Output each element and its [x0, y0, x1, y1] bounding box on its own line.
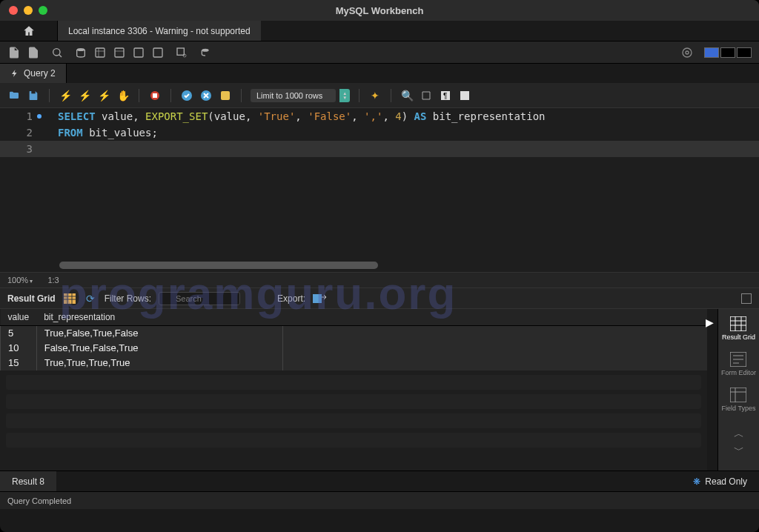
home-tab[interactable]	[0, 21, 58, 41]
svg-rect-16	[221, 91, 230, 100]
maximize-window-button[interactable]	[39, 6, 47, 15]
expand-caret-icon[interactable]: ▶	[706, 316, 714, 328]
table-row[interactable]: 5True,False,True,False	[1, 326, 708, 341]
stop-icon[interactable]: ✋	[116, 89, 130, 102]
wrap-cell-icon[interactable]	[741, 293, 752, 304]
open-sql-icon[interactable]	[27, 46, 40, 59]
result-grid-label: Result Grid	[7, 293, 56, 304]
svg-rect-13	[153, 93, 157, 98]
search-table-icon[interactable]	[175, 46, 188, 59]
side-scroll-down[interactable]: ﹀	[734, 444, 744, 457]
window-titlebar: MySQL Workbench	[0, 0, 759, 21]
schema-icon-4[interactable]	[132, 46, 145, 59]
execute-icon[interactable]: ⚡	[59, 89, 72, 102]
schema-icon-1[interactable]	[74, 46, 87, 59]
left-panel-toggle[interactable]	[704, 47, 719, 58]
cursor-position: 1:3	[47, 276, 59, 285]
schema-icon-2[interactable]	[93, 46, 107, 59]
svg-rect-20	[64, 293, 76, 304]
editor-status: 100% 1:3	[0, 272, 759, 288]
read-only-icon: ❋	[693, 476, 700, 487]
connection-tab[interactable]: Local instance 3306 - Warning - not supp…	[58, 21, 261, 41]
autocommit-icon[interactable]	[219, 89, 232, 102]
settings-gear-icon[interactable]	[680, 46, 694, 59]
close-window-button[interactable]	[9, 6, 18, 15]
status-text: Query Completed	[7, 496, 71, 505]
column-header[interactable]: bit_representation	[36, 309, 283, 326]
result-grid-icon[interactable]	[63, 292, 76, 305]
new-sql-tab-icon[interactable]	[7, 46, 21, 59]
refresh-icon[interactable]: ⟳	[84, 292, 97, 305]
result-tab[interactable]: Result 8	[0, 471, 56, 491]
read-only-indicator: ❋ Read Only	[681, 471, 759, 491]
export-icon[interactable]	[313, 292, 326, 305]
svg-rect-3	[115, 48, 124, 57]
bottom-panel-toggle[interactable]	[720, 47, 735, 58]
lightning-icon	[10, 69, 19, 78]
app-title: MySQL Workbench	[336, 5, 424, 16]
svg-rect-19	[460, 91, 469, 100]
filter-input[interactable]	[159, 292, 240, 305]
toggle-1-icon[interactable]	[148, 89, 162, 102]
open-file-icon[interactable]	[7, 89, 21, 102]
filter-rows-label: Filter Rows:	[105, 293, 151, 304]
svg-rect-4	[134, 48, 143, 57]
svg-rect-2	[96, 48, 105, 57]
save-file-icon[interactable]	[27, 89, 40, 102]
svg-rect-6	[177, 48, 184, 55]
column-header[interactable]: value	[1, 309, 37, 326]
table-row[interactable]: 15True,True,True,True	[1, 356, 708, 370]
right-panel-toggle[interactable]	[737, 47, 752, 58]
schema-icon-3[interactable]	[113, 46, 126, 59]
svg-rect-22	[730, 316, 746, 331]
status-bar: Query Completed	[0, 491, 759, 509]
result-tabs-bar: Result 8 ❋ Read Only	[0, 471, 759, 491]
rollback-icon[interactable]	[199, 89, 213, 102]
home-icon	[22, 24, 36, 38]
sql-editor[interactable]: 1SELECT value, EXPORT_SET(value, 'True',…	[0, 108, 759, 272]
zoom-level[interactable]: 100%	[7, 276, 33, 285]
table-row[interactable]: 10False,True,False,True	[1, 341, 708, 356]
reconnect-icon[interactable]	[199, 46, 212, 59]
svg-point-10	[683, 48, 692, 57]
main-toolbar	[0, 41, 759, 64]
result-area: valuebit_representation 5True,False,True…	[0, 309, 759, 471]
side-tab-field-types[interactable]: Field Types	[722, 386, 756, 413]
panel-toggles	[704, 47, 752, 58]
svg-point-1	[77, 48, 85, 51]
svg-point-9	[686, 51, 689, 54]
result-side-panel: Result Grid Form Editor Field Types ︿ ﹀	[717, 309, 759, 471]
wrap-icon[interactable]: ¶	[439, 89, 452, 102]
svg-rect-5	[153, 48, 162, 57]
beautify-icon[interactable]: ✦	[368, 89, 382, 102]
invisible-chars-icon[interactable]	[420, 89, 433, 102]
export-label: Export:	[277, 293, 305, 304]
minimize-window-button[interactable]	[24, 6, 33, 15]
result-toolbar: Result Grid ⟳ Filter Rows: Export:	[0, 288, 759, 309]
svg-rect-21	[313, 294, 322, 303]
schema-icon-5[interactable]	[151, 46, 165, 59]
inspector-icon[interactable]	[50, 46, 64, 59]
horizontal-scrollbar[interactable]	[59, 262, 378, 269]
query-tab-label: Query 2	[24, 68, 56, 79]
svg-rect-24	[730, 388, 746, 402]
svg-text:¶: ¶	[443, 92, 447, 100]
side-tab-form-editor[interactable]: Form Editor	[721, 350, 756, 377]
explain-icon[interactable]: ⚡	[97, 89, 110, 102]
svg-point-0	[53, 48, 60, 55]
query-tab[interactable]: Query 2	[0, 64, 67, 83]
limit-rows-select[interactable]: Limit to 1000 rows	[251, 89, 336, 102]
side-scroll-up[interactable]: ︿	[734, 428, 744, 441]
execute-current-icon[interactable]: ⚡	[78, 89, 91, 102]
result-grid[interactable]: valuebit_representation 5True,False,True…	[0, 309, 707, 471]
query-tabs: Query 2	[0, 64, 759, 83]
side-tab-result-grid[interactable]: Result Grid	[722, 315, 755, 342]
connection-tabs: Local instance 3306 - Warning - not supp…	[0, 21, 759, 41]
svg-point-8	[202, 48, 208, 51]
limit-stepper[interactable]: ▲▼	[339, 89, 350, 102]
editor-toolbar: ⚡ ⚡ ⚡ ✋ Limit to 1000 rows ▲▼ ✦ 🔍 ¶	[0, 83, 759, 108]
svg-rect-11	[31, 91, 35, 93]
snippets-icon[interactable]	[458, 89, 471, 102]
commit-icon[interactable]	[180, 89, 193, 102]
find-icon[interactable]: 🔍	[400, 89, 414, 102]
